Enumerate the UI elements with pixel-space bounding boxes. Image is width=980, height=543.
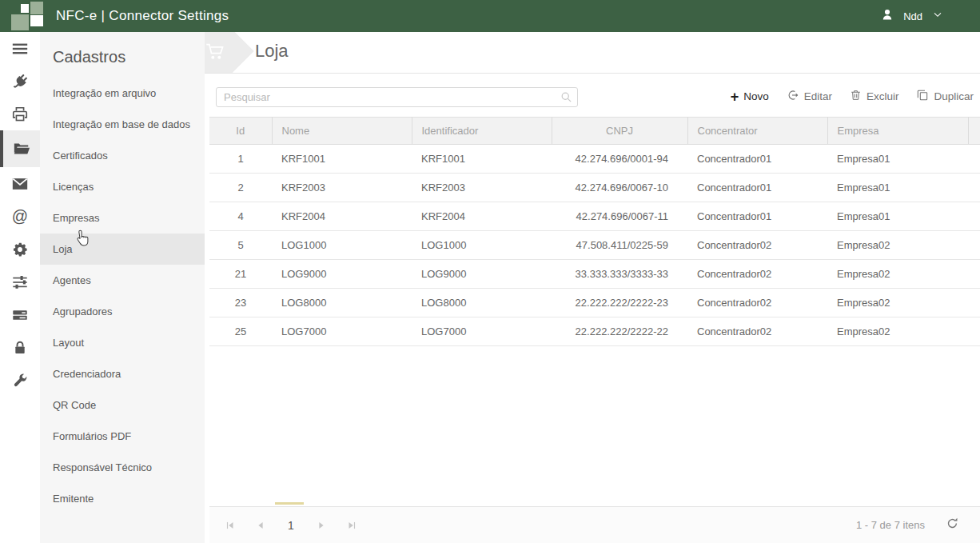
edit-button[interactable]: Editar	[787, 89, 832, 104]
duplicate-button[interactable]: Duplicar	[916, 89, 974, 104]
edit-icon	[787, 89, 799, 104]
sidebar-item-certificados[interactable]: Certificados	[40, 140, 205, 171]
user-name: Ndd	[903, 10, 922, 22]
chevron-down-icon[interactable]	[931, 8, 944, 24]
cell-nome: LOG9000	[272, 260, 412, 289]
sidebar-item-agentes[interactable]: Agentes	[40, 265, 205, 296]
cell-id: 5	[209, 231, 272, 260]
cell-cnpj: 42.274.696/0067-10	[552, 174, 687, 202]
cell-cnpj: 22.222.222/2222-22	[552, 317, 687, 346]
cell-identificador: LOG9000	[412, 260, 552, 289]
table-row[interactable]: 23 LOG8000 LOG8000 22.222.222/2222-23 Co…	[209, 289, 980, 317]
data-grid: Id Nome Identificador CNPJ Concentrator …	[209, 117, 980, 346]
cell-identificador: KRF2004	[412, 202, 552, 231]
last-page-button[interactable]	[342, 516, 361, 535]
column-header-id[interactable]: Id	[209, 118, 272, 145]
menu-icon[interactable]	[0, 32, 40, 65]
wrench-icon[interactable]	[0, 364, 40, 397]
ndd-logo	[10, 0, 44, 32]
cell-id: 1	[209, 145, 272, 174]
cell-empresa: Empresa01	[827, 174, 968, 202]
sliders-icon[interactable]	[0, 266, 40, 298]
table-row[interactable]: 2 KRF2003 KRF2003 42.274.696/0067-10 Con…	[209, 174, 980, 202]
cell-identificador: LOG8000	[412, 289, 552, 317]
sidebar-item-integracao-em-arquivo[interactable]: Integração em arquivo	[40, 78, 205, 109]
plug-icon[interactable]	[0, 65, 40, 98]
sidebar-item-loja[interactable]: Loja	[40, 234, 205, 265]
table-row[interactable]: 21 LOG9000 LOG9000 33.333.333/3333-33 Co…	[209, 260, 980, 289]
first-page-button[interactable]	[221, 516, 240, 535]
column-header-spacer	[968, 118, 980, 145]
refresh-icon[interactable]	[946, 517, 959, 533]
sidebar-item-integracao-em-base-de-dados[interactable]: Integração em base de dados	[40, 109, 205, 140]
cell-concentrator: Concentrador01	[687, 202, 827, 231]
search-icon[interactable]	[560, 91, 572, 106]
new-button-label: Novo	[743, 90, 769, 102]
logo-square	[30, 15, 43, 26]
delete-button[interactable]: Excluir	[850, 89, 899, 104]
gear-icon[interactable]	[0, 233, 40, 266]
table-row[interactable]: 5 LOG1000 LOG1000 47.508.411/0225-59 Con…	[209, 231, 980, 260]
controls-row: + Novo Editar Excluir	[205, 87, 980, 108]
toolbar: + Novo Editar Excluir	[731, 89, 974, 104]
grid-header-row: Id Nome Identificador CNPJ Concentrator …	[209, 118, 980, 145]
cell-cnpj: 33.333.333/3333-33	[552, 260, 687, 289]
column-header-nome[interactable]: Nome	[272, 118, 412, 145]
sidebar-item-credenciadora[interactable]: Credenciadora	[40, 358, 205, 389]
main-content: Loja + Novo Editar	[205, 32, 980, 543]
column-header-empresa[interactable]: Empresa	[827, 118, 968, 145]
search-input[interactable]	[216, 87, 578, 107]
copy-icon	[916, 89, 929, 104]
column-header-cnpj[interactable]: CNPJ	[552, 118, 687, 145]
cell-id: 21	[209, 260, 272, 289]
delete-button-label: Excluir	[866, 90, 899, 102]
page-number-button[interactable]: 1	[281, 516, 301, 535]
cell-empresa: Empresa01	[827, 145, 968, 174]
cell-cnpj: 47.508.411/0225-59	[552, 231, 687, 260]
folder-open-icon[interactable]	[0, 130, 40, 167]
page-header: Loja	[205, 32, 980, 74]
sidebar-item-empresas[interactable]: Empresas	[40, 202, 205, 234]
cell-empresa: Empresa02	[827, 289, 968, 317]
new-button[interactable]: + Novo	[731, 90, 769, 102]
previous-page-button[interactable]	[251, 516, 270, 535]
table-row[interactable]: 25 LOG7000 LOG7000 22.222.222/2222-22 Co…	[209, 317, 980, 346]
sidebar-item-emitente[interactable]: Emitente	[40, 483, 205, 514]
table-row[interactable]: 4 KRF2004 KRF2004 42.274.696/0067-11 Con…	[209, 202, 980, 231]
next-page-button[interactable]	[312, 516, 331, 535]
sidebar-item-responsavel-tecnico[interactable]: Responsável Técnico	[40, 452, 205, 483]
selected-page-indicator	[275, 502, 304, 505]
cell-empresa: Empresa02	[827, 231, 968, 260]
page-title: Loja	[255, 41, 289, 62]
app-title: NFC-e | Connector Settings	[56, 8, 229, 24]
cell-identificador: LOG1000	[412, 231, 552, 260]
table-row[interactable]: 1 KRF1001 KRF1001 42.274.696/0001-94 Con…	[209, 145, 980, 174]
logo-square	[21, 4, 29, 13]
column-header-concentrator[interactable]: Concentrator	[687, 118, 827, 145]
sidebar-item-agrupadores[interactable]: Agrupadores	[40, 296, 205, 327]
user-menu[interactable]: Ndd	[880, 7, 980, 25]
logo-square	[11, 14, 29, 30]
sidebar-item-formularios-pdf[interactable]: Formulários PDF	[40, 421, 205, 452]
server-icon[interactable]	[0, 298, 40, 331]
app-window: NFC-e | Connector Settings Ndd @	[0, 0, 980, 543]
cell-nome: KRF2004	[272, 202, 412, 231]
top-header-bar: NFC-e | Connector Settings Ndd	[0, 0, 980, 32]
sidebar-item-qr-code[interactable]: QR Code	[40, 389, 205, 421]
sidebar-item-licencas[interactable]: Licenças	[40, 171, 205, 202]
printer-icon[interactable]	[0, 98, 40, 130]
cell-id: 25	[209, 317, 272, 346]
cell-concentrator: Concentrador02	[687, 317, 827, 346]
icon-rail: @	[0, 32, 40, 543]
sidebar-item-layout[interactable]: Layout	[40, 327, 205, 358]
pager-right: 1 - 7 de 7 itens	[856, 517, 980, 533]
cell-id: 4	[209, 202, 272, 231]
lock-icon[interactable]	[0, 331, 40, 364]
column-header-identificador[interactable]: Identificador	[412, 118, 552, 145]
cell-empresa: Empresa01	[827, 202, 968, 231]
cell-concentrator: Concentrador02	[687, 289, 827, 317]
cell-id: 23	[209, 289, 272, 317]
mail-icon[interactable]	[0, 167, 40, 200]
trash-icon	[850, 89, 862, 104]
at-icon[interactable]: @	[0, 200, 40, 233]
